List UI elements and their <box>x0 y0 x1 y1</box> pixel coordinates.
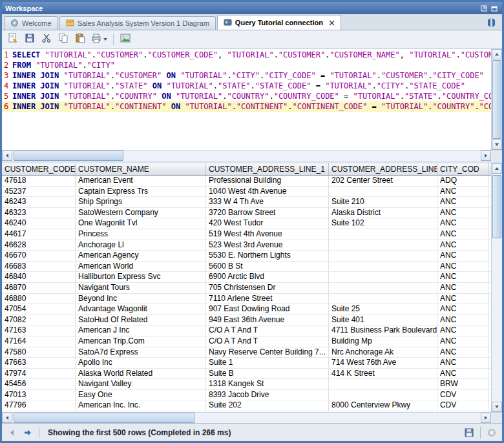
table-row[interactable]: 47580SatoA7d ExpressNavy Reserve Center … <box>2 347 491 358</box>
table-cell[interactable]: 47974 <box>2 369 76 379</box>
table-cell[interactable] <box>329 229 437 240</box>
table-cell[interactable]: 47796 <box>2 400 76 411</box>
table-row[interactable]: 47618American EventProfessional Building… <box>2 176 491 187</box>
table-cell[interactable]: Easy One <box>76 390 206 400</box>
export-button[interactable] <box>89 32 109 47</box>
table-cell[interactable]: 7110 Arlene Street <box>206 294 329 304</box>
table-row[interactable]: 45237Captain Express Trs1040 West 4th Av… <box>2 187 491 198</box>
table-cell[interactable]: 414 K Street <box>329 369 437 379</box>
table-cell[interactable]: Suite 25 <box>329 304 437 314</box>
table-row[interactable]: 45456Navigant Valley1318 Kangek StBRW <box>2 379 491 390</box>
cancel-query-button[interactable] <box>485 426 498 439</box>
save-results-button[interactable] <box>463 426 476 439</box>
scroll-down-icon[interactable] <box>492 139 502 150</box>
table-cell[interactable]: 47054 <box>2 304 76 314</box>
sql-code[interactable]: 1SELECT "TUTORIAL"."CUSTOMER"."CUSTOMER_… <box>2 49 491 150</box>
table-cell[interactable]: ANC <box>437 218 489 229</box>
table-cell[interactable] <box>329 294 437 304</box>
history-forward-icon[interactable] <box>21 426 34 439</box>
table-cell[interactable]: Ship Springs <box>76 197 206 207</box>
scroll-left-icon[interactable] <box>2 413 12 423</box>
table-cell[interactable]: Professional Building <box>206 176 329 186</box>
table-cell[interactable] <box>329 283 437 293</box>
table-row[interactable]: 47013Easy One8393 Jacob DriveCDV <box>2 390 491 401</box>
float-window-icon[interactable] <box>479 4 488 13</box>
table-cell[interactable]: American Agency <box>76 251 206 261</box>
sql-line-3[interactable]: 3INNER JOIN "TUTORIAL"."CUSTOMER" ON "TU… <box>2 70 491 81</box>
table-cell[interactable] <box>329 240 437 251</box>
table-cell[interactable]: 47082 <box>2 315 76 325</box>
scrollbar-track[interactable] <box>492 174 502 402</box>
table-cell[interactable] <box>329 379 437 389</box>
table-cell[interactable]: Suite 210 <box>329 197 437 207</box>
table-cell[interactable]: Anchorage Ll <box>76 240 206 251</box>
scroll-right-icon[interactable] <box>481 413 491 423</box>
sql-line-5[interactable]: 5INNER JOIN "TUTORIAL"."COUNTRY" ON "TUT… <box>2 91 491 101</box>
table-cell[interactable]: 714 West 76th Ave <box>329 358 437 368</box>
table-row[interactable]: 46670American Agency5530 E. Northern Lig… <box>2 251 491 262</box>
table-row[interactable]: 47663Apollo IncSuite 1714 West 76th AveA… <box>2 358 491 369</box>
table-cell[interactable]: Princess <box>76 229 206 240</box>
table-cell[interactable]: 46880 <box>2 294 76 304</box>
table-cell[interactable]: Suite 401 <box>329 315 437 325</box>
table-cell[interactable]: ANC <box>437 336 489 347</box>
table-cell[interactable]: ANC <box>437 240 489 251</box>
table-cell[interactable]: C/O A T And T <box>206 325 329 336</box>
table-row[interactable]: 46243Ship Springs333 W 4 Th AveSuite 210… <box>2 197 491 208</box>
table-cell[interactable]: American Trip.Com <box>76 336 206 347</box>
scroll-down-icon[interactable] <box>492 402 502 412</box>
table-cell[interactable]: American Event <box>76 176 206 186</box>
table-row[interactable]: 46683American World5600 B StANC <box>2 262 491 273</box>
history-back-icon[interactable] <box>6 426 19 439</box>
copy-button[interactable] <box>56 32 71 47</box>
paste-button[interactable] <box>72 32 88 47</box>
table-cell[interactable]: Building Mp <box>329 336 437 347</box>
scrollbar-track[interactable] <box>12 150 481 161</box>
table-cell[interactable]: 202 Center Street <box>329 176 437 186</box>
tab-sales-analysis-diagram[interactable]: Sales Analysis System Version 1 Diagram <box>59 16 216 30</box>
table-cell[interactable]: ANC <box>437 229 489 240</box>
table-cell[interactable]: 46628 <box>2 240 76 251</box>
sql-line-1[interactable]: 1SELECT "TUTORIAL"."CUSTOMER"."CUSTOMER_… <box>2 50 491 60</box>
table-cell[interactable]: 44617 <box>2 229 76 240</box>
table-cell[interactable]: Suite B <box>206 369 329 379</box>
table-cell[interactable]: 47013 <box>2 390 76 400</box>
table-cell[interactable]: ANC <box>437 251 489 261</box>
table-cell[interactable]: Navy Reserve Center Building 7... <box>206 347 329 358</box>
table-cell[interactable]: ANC <box>437 325 489 336</box>
table-cell[interactable]: 47618 <box>2 176 76 186</box>
table-cell[interactable] <box>329 262 437 272</box>
tab-scroll-left-icon[interactable] <box>483 18 490 27</box>
table-cell[interactable]: ANC <box>437 304 489 314</box>
scroll-up-icon[interactable] <box>492 49 502 59</box>
table-cell[interactable]: Nrc Anchorage Ak <box>329 347 437 358</box>
cut-button[interactable] <box>39 32 54 47</box>
table-cell[interactable]: Suite 1 <box>206 358 329 368</box>
column-header-city_cod[interactable]: CITY_COD <box>437 163 489 175</box>
table-cell[interactable]: CDV <box>437 390 489 400</box>
table-cell[interactable]: 5530 E. Northern Lights <box>206 251 329 261</box>
editor-horizontal-scrollbar[interactable] <box>2 150 502 161</box>
save-button[interactable] <box>22 32 37 47</box>
sql-line-6[interactable]: 6INNER JOIN "TUTORIAL"."CONTINENT" ON "T… <box>2 101 491 112</box>
table-row[interactable]: 47164American Trip.ComC/O A T And TBuild… <box>2 336 491 347</box>
table-cell[interactable]: 47164 <box>2 336 76 347</box>
table-cell[interactable]: Navigant Tours <box>76 283 206 293</box>
table-row[interactable]: 46870Navigant Tours705 Christensen DrANC <box>2 283 491 294</box>
scrollbar-thumb[interactable] <box>492 175 501 238</box>
table-cell[interactable] <box>329 272 437 282</box>
scroll-left-icon[interactable] <box>2 150 12 161</box>
scrollbar-thumb[interactable] <box>14 150 123 161</box>
table-cell[interactable]: 46683 <box>2 262 76 272</box>
table-cell[interactable]: 46243 <box>2 197 76 207</box>
table-cell[interactable]: SatoA7d Express <box>76 347 206 358</box>
table-cell[interactable]: Advantage Wagonlit <box>76 304 206 314</box>
table-cell[interactable]: 47163 <box>2 325 76 336</box>
table-cell[interactable]: ANC <box>437 369 489 379</box>
table-row[interactable]: 46880Beyond Inc7110 Arlene StreetANC <box>2 294 491 305</box>
table-cell[interactable]: 8393 Jacob Drive <box>206 390 329 400</box>
table-cell[interactable]: BRW <box>437 379 489 389</box>
tab-welcome[interactable]: Welcome <box>4 16 58 30</box>
table-cell[interactable]: ANC <box>437 283 489 293</box>
sql-line-2[interactable]: 2FROM "TUTORIAL"."CITY" <box>2 60 491 70</box>
